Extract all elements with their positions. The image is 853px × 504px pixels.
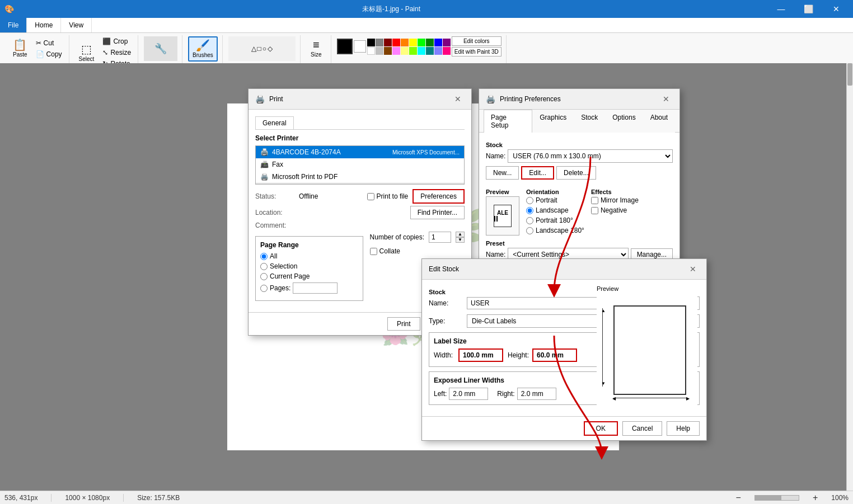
all-radio[interactable] (260, 253, 268, 260)
crop-button[interactable]: ⬛ Crop (100, 36, 133, 46)
help-button[interactable]: Help (667, 421, 700, 436)
preferences-button[interactable]: Preferences (413, 189, 465, 204)
color-black[interactable] (367, 39, 375, 46)
color-teal[interactable] (426, 47, 434, 55)
printer-list[interactable]: 🖨️ 4BARCODE 4B-2074A Microsoft XPS Docum… (255, 145, 465, 185)
color-pink[interactable] (392, 47, 400, 55)
prefs-tab-options[interactable]: Options (605, 110, 643, 133)
portrait180-radio[interactable] (526, 217, 533, 224)
prefs-dialog-close[interactable]: ✕ (659, 93, 673, 105)
print-tab-general[interactable]: General (255, 116, 294, 129)
current-page-radio[interactable] (260, 273, 268, 280)
negative-checkbox[interactable] (591, 207, 598, 214)
barcode-preview: ALE (494, 210, 511, 222)
landscape-label: Landscape (536, 206, 569, 214)
landscape-radio[interactable] (526, 207, 533, 214)
left-input[interactable] (449, 388, 488, 400)
print-to-file-row: Print to file (367, 192, 409, 200)
landscape180-radio[interactable] (526, 227, 533, 234)
color-gray[interactable] (376, 39, 383, 46)
select-button[interactable]: ⬚ Select (75, 41, 99, 65)
color-darkgreen[interactable] (426, 39, 434, 46)
stepper-down[interactable]: ▼ (456, 237, 465, 243)
print-dialog-close[interactable]: ✕ (451, 93, 465, 105)
stock-name-key: Name: (486, 152, 505, 160)
scroll-right[interactable]: ▶ (457, 184, 462, 185)
pages-radio-row: Pages: (260, 282, 358, 294)
size-button[interactable]: ≡ Size (306, 36, 326, 60)
color-cyan[interactable] (418, 47, 425, 55)
cancel-edit-button[interactable]: Cancel (622, 421, 662, 436)
color-yellow[interactable] (409, 39, 417, 46)
color-silver[interactable] (376, 47, 383, 55)
prefs-tab-pagesetup[interactable]: Page Setup (484, 110, 532, 133)
copies-input[interactable] (429, 232, 451, 243)
pages-radio[interactable] (260, 285, 268, 292)
color-lightyellow[interactable] (401, 47, 409, 55)
close-button[interactable]: ✕ (823, 0, 849, 18)
printer-item-2[interactable]: 🖨️ Microsoft Print to PDF (256, 171, 464, 183)
scroll-left[interactable]: ◀ (258, 184, 263, 185)
color-purple[interactable] (443, 39, 451, 46)
zoom-slider[interactable] (754, 495, 799, 501)
new-stock-button[interactable]: New... (486, 166, 519, 180)
color-brown[interactable] (384, 47, 392, 55)
collate-checkbox[interactable] (370, 248, 377, 255)
right-input[interactable] (517, 388, 556, 400)
edit-dialog-close[interactable]: ✕ (686, 263, 700, 275)
prefs-tab-about[interactable]: About (643, 110, 675, 133)
print-to-file-checkbox[interactable] (367, 193, 374, 200)
zoom-plus-button[interactable]: + (813, 493, 818, 503)
printer-item-0[interactable]: 🖨️ 4BARCODE 4B-2074A Microsoft XPS Docum… (256, 146, 464, 158)
selection-radio[interactable] (260, 263, 268, 270)
prefs-tab-stock[interactable]: Stock (574, 110, 605, 133)
pages-input[interactable] (293, 282, 338, 294)
mirror-checkbox[interactable] (591, 197, 598, 204)
status-sep-1 (51, 494, 51, 502)
stepper-up[interactable]: ▲ (456, 232, 465, 237)
color-darkred[interactable] (384, 39, 392, 46)
color-orange[interactable] (401, 39, 409, 46)
barcode-bars (494, 216, 511, 222)
color-lime[interactable] (409, 47, 417, 55)
maximize-button[interactable]: ⬜ (796, 0, 821, 18)
width-input[interactable] (458, 348, 503, 362)
color2-swatch[interactable] (354, 40, 366, 53)
tab-file[interactable]: File (0, 18, 27, 32)
edit-colors-button[interactable]: Edit colors (452, 36, 502, 46)
print-button[interactable]: Print (387, 317, 420, 331)
zoom-minus-button[interactable]: − (736, 493, 741, 503)
vertical-scrollbar[interactable] (846, 63, 853, 491)
color-palette (367, 39, 451, 55)
color-magenta[interactable] (443, 47, 451, 55)
resize-button[interactable]: ⤡ Resize (100, 48, 133, 58)
paste-button[interactable]: 📋 Paste (9, 36, 31, 60)
edit-stock-button[interactable]: Edit... (521, 166, 554, 180)
edit-paint3d-button[interactable]: Edit with Paint 3D (452, 47, 502, 56)
printer-list-scroll[interactable]: ◀ ▶ (256, 183, 464, 185)
color-lightblue[interactable] (434, 47, 442, 55)
color1-swatch[interactable] (337, 39, 353, 54)
ok-button[interactable]: OK (584, 421, 618, 436)
vertical-arrow-line (602, 308, 603, 387)
color-green[interactable] (418, 39, 425, 46)
color-blue[interactable] (434, 39, 442, 46)
height-input[interactable] (532, 348, 577, 362)
tab-home[interactable]: Home (27, 18, 61, 32)
minimize-button[interactable]: — (768, 0, 794, 18)
copy-button[interactable]: 📄 Copy (34, 49, 64, 59)
prefs-tab-graphics[interactable]: Graphics (532, 110, 574, 133)
preset-label: Preset (486, 240, 673, 247)
printer-item-1[interactable]: 📠 Fax (256, 158, 464, 171)
cut-button[interactable]: ✂ Cut (34, 38, 64, 48)
delete-stock-button[interactable]: Delete... (556, 166, 596, 180)
color-white[interactable] (367, 47, 375, 55)
scrollbar-thumb[interactable] (847, 63, 852, 86)
stock-name-select[interactable]: USER (76.0 mm x 130.0 mm) (508, 149, 673, 163)
portrait-radio[interactable] (526, 197, 533, 204)
brushes-button[interactable]: 🖌️ Brushes (188, 36, 218, 62)
tab-view[interactable]: View (61, 18, 92, 32)
find-printer-button[interactable]: Find Printer... (410, 206, 465, 219)
color-red[interactable] (392, 39, 400, 46)
landscape180-option: Landscape 180° (526, 227, 584, 234)
